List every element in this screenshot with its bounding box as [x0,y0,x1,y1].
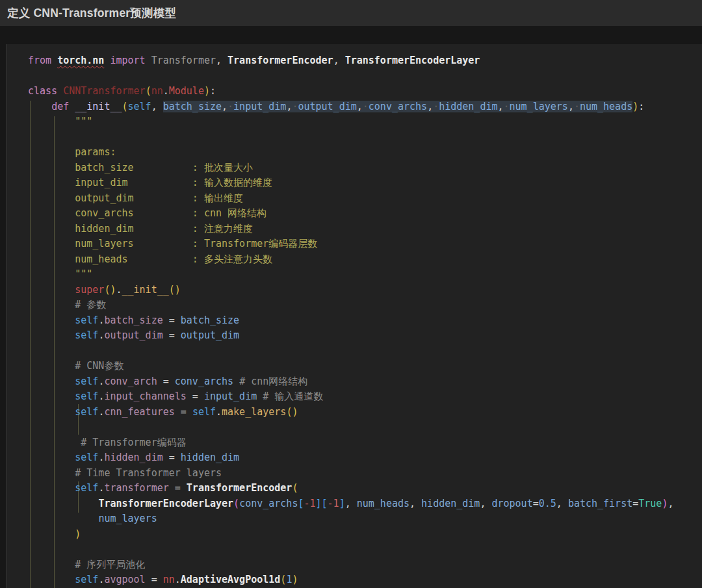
code-line[interactable]: num_layers : Transformer编码器层数 [28,236,702,252]
code-line[interactable]: """ [28,267,702,283]
code-cell[interactable]: from torch.nn import Transformer, Transf… [6,44,702,588]
code-line[interactable] [28,344,702,359]
code-line[interactable]: self.conv_arch = conv_archs # cnn网络结构 [28,374,702,390]
code-line[interactable]: self.batch_size = batch_size [28,313,702,329]
code-line[interactable]: params: [28,145,702,160]
code-line[interactable]: self.avgpool = nn.AdaptiveAvgPool1d(1) [28,572,702,588]
code-lines: from torch.nn import Transformer, Transf… [7,53,702,588]
code-line[interactable]: output_dim : 输出维度 [28,191,702,207]
code-line[interactable]: super().__init__() [28,283,702,298]
code-line[interactable]: self.input_channels = input_dim # 输入通道数 [28,389,702,405]
code-line[interactable]: """ [28,114,702,130]
code-line[interactable]: input_dim : 输入数据的维度 [28,175,702,191]
code-line[interactable] [28,69,702,84]
code-line[interactable]: self.cnn_features = self.make_layers() [28,405,702,420]
code-line[interactable]: # CNN参数 [28,359,702,374]
code-line[interactable]: def __init__(self, batch_size,·input_dim… [28,99,702,115]
code-line[interactable]: # 序列平局池化 [28,557,702,573]
code-line[interactable]: num_heads : 多头注意力头数 [28,252,702,268]
code-line[interactable]: self.hidden_dim = hidden_dim [28,450,702,466]
code-line[interactable]: # Transformer编码器 [28,435,702,451]
code-line[interactable]: ) [28,527,702,543]
code-line[interactable] [28,130,702,146]
code-line[interactable]: # Time Transformer layers [28,466,702,481]
markdown-cell-titlebar[interactable]: 定义 CNN-Transformer预测模型 [0,0,702,26]
code-line[interactable]: # 参数 [28,298,702,313]
code-line[interactable]: class CNNTransformer(nn.Module): [28,84,702,99]
code-line[interactable]: TransformerEncoderLayer(conv_archs[-1][-… [28,496,702,512]
code-line[interactable]: num_layers [28,511,702,527]
code-line[interactable] [28,420,702,435]
code-line[interactable] [28,542,702,557]
code-line[interactable]: from torch.nn import Transformer, Transf… [28,53,702,69]
code-line[interactable]: self.transformer = TransformerEncoder( [28,481,702,496]
code-line[interactable]: batch_size : 批次量大小 [28,160,702,176]
code-line[interactable]: conv_archs : cnn 网络结构 [28,206,702,222]
cell-title: 定义 CNN-Transformer预测模型 [7,5,176,21]
code-line[interactable]: self.output_dim = output_dim [28,328,702,344]
code-line[interactable]: hidden_dim : 注意力维度 [28,222,702,237]
